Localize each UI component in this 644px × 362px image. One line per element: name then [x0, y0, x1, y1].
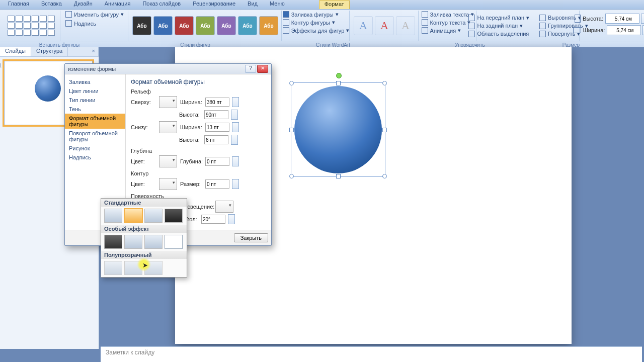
tab[interactable]: Анимация [100, 0, 136, 9]
top-width-input[interactable] [205, 98, 229, 107]
resize-handle[interactable] [382, 81, 387, 85]
nav-3d-rotation[interactable]: Поворот объемной фигуры [65, 129, 125, 144]
resize-handle[interactable] [382, 128, 387, 132]
edit-shape-button[interactable]: Изменить фигуру ▾ [63, 11, 126, 18]
resize-handle[interactable] [336, 174, 341, 178]
dialog-titlebar[interactable]: изменение формы ? ✕ [65, 64, 271, 74]
lighting-combo[interactable] [215, 201, 233, 213]
tab[interactable]: Вставка [36, 0, 67, 9]
height-icon [575, 15, 581, 23]
shape-fill-button[interactable]: Заливка фигуры ▾ [281, 11, 341, 18]
section-depth: Глубина [131, 148, 266, 154]
resize-handle[interactable] [289, 128, 294, 132]
help-button[interactable]: ? [245, 65, 256, 73]
send-back-button[interactable]: На задний план ▾ [466, 22, 531, 30]
spinner[interactable] [231, 110, 238, 120]
angle-input[interactable] [201, 215, 225, 224]
width-row: Ширина: [573, 25, 644, 35]
resize-handle[interactable] [289, 174, 294, 178]
bot-height-input[interactable] [204, 135, 228, 144]
tab[interactable]: Главная [3, 0, 34, 9]
selection-pane-button[interactable]: Область выделения [466, 30, 531, 38]
spinner[interactable] [641, 14, 644, 24]
popup-cat-translucent: Полупрозрачный [101, 251, 187, 259]
shape-style[interactable]: Абв [132, 16, 151, 35]
bring-front-button[interactable]: На передний план ▾ [466, 14, 531, 22]
tab-format[interactable]: Формат [319, 0, 350, 9]
dialog-heading: Формат объемной фигуры [131, 78, 266, 85]
nav-textbox[interactable]: Надпись [65, 153, 125, 162]
dialog-title: изменение формы [68, 66, 116, 72]
rotate-handle[interactable] [336, 73, 342, 78]
spinner[interactable] [232, 156, 239, 166]
shape-effects-button[interactable]: Эффекты для фигур ▾ [281, 27, 352, 34]
spinner[interactable] [232, 97, 239, 107]
popup-cat-standard: Стандартные [101, 199, 187, 207]
shape-style[interactable]: Абв [238, 16, 257, 35]
tab[interactable]: Меню [265, 0, 290, 9]
width-input[interactable] [607, 25, 641, 35]
material-option[interactable] [104, 235, 122, 249]
depth-input[interactable] [205, 157, 229, 166]
material-option[interactable] [165, 235, 183, 249]
depth-color-combo[interactable] [159, 155, 177, 167]
spinner[interactable] [228, 214, 235, 224]
resize-handle[interactable] [336, 81, 341, 85]
shape-style[interactable]: Абв [196, 16, 215, 35]
top-bevel-combo[interactable] [159, 96, 177, 108]
slide-number: 1 [0, 62, 2, 68]
spinner[interactable] [231, 135, 238, 145]
nav-3d-format[interactable]: Формат объемной фигуры [65, 114, 125, 129]
material-option[interactable] [124, 235, 142, 249]
shape-outline-button[interactable]: Контур фигуры ▾ [281, 19, 337, 26]
nav-line-color[interactable]: Цвет линии [65, 86, 125, 96]
notes-pane[interactable]: Заметки к слайду [101, 346, 642, 362]
spinner[interactable] [232, 179, 239, 189]
nav-fill[interactable]: Заливка [65, 77, 125, 86]
textbox-button[interactable]: Надпись [63, 20, 98, 27]
close-icon[interactable]: ✕ [257, 65, 268, 73]
material-option[interactable] [104, 261, 122, 275]
nav-line-type[interactable]: Тип линии [65, 96, 125, 105]
tab[interactable]: Рецензирование [188, 0, 240, 9]
nav-shadow[interactable]: Тень [65, 105, 125, 114]
tab[interactable]: Вид [243, 0, 263, 9]
shape-style[interactable]: Абв [259, 16, 278, 35]
contour-color-combo[interactable] [159, 178, 177, 190]
slides-tab[interactable]: Слайды [0, 47, 31, 56]
height-input[interactable] [605, 14, 639, 24]
bot-width-input[interactable] [205, 123, 229, 132]
wordart-style[interactable]: А [396, 16, 415, 35]
wordart-style[interactable]: А [375, 16, 394, 35]
material-option[interactable] [144, 235, 163, 249]
material-option[interactable] [104, 209, 122, 223]
shape-style[interactable]: Абв [153, 16, 173, 35]
shape-style[interactable]: Абв [175, 16, 194, 35]
wordart-style[interactable]: А [354, 16, 373, 35]
spinner[interactable] [232, 122, 239, 132]
material-option[interactable] [165, 209, 183, 223]
shape-gallery[interactable] [8, 16, 55, 36]
resize-handle[interactable] [382, 174, 387, 178]
text-outline-button[interactable]: Контур текста ▾ [420, 19, 473, 26]
material-option[interactable] [144, 209, 163, 223]
shape-style[interactable]: Абв [217, 16, 236, 35]
outline-tab[interactable]: Структура [31, 47, 68, 56]
close-button[interactable]: Закрыть [234, 233, 268, 242]
contour-size-input[interactable] [205, 179, 229, 189]
bottom-bevel-combo[interactable] [159, 121, 177, 133]
close-pane-icon[interactable]: × [89, 47, 99, 56]
text-anim-button[interactable]: Анимация ▾ [420, 27, 463, 34]
ribbon: Изменить фигуру ▾ Надпись Абв Абв Абв Аб… [0, 10, 644, 42]
material-option[interactable] [124, 209, 142, 223]
material-option[interactable] [124, 261, 142, 275]
tab[interactable]: Показ слайдов [137, 0, 186, 9]
tab[interactable]: Дизайн [69, 0, 98, 9]
top-height-input[interactable] [204, 110, 228, 119]
nav-picture[interactable]: Рисунок [65, 144, 125, 153]
material-option[interactable] [144, 261, 163, 275]
sphere-shape[interactable] [294, 86, 382, 173]
resize-handle[interactable] [289, 81, 294, 85]
material-popup: Стандартные Особый эффект Полупрозрачный [101, 198, 187, 278]
selection-box[interactable] [291, 82, 385, 177]
